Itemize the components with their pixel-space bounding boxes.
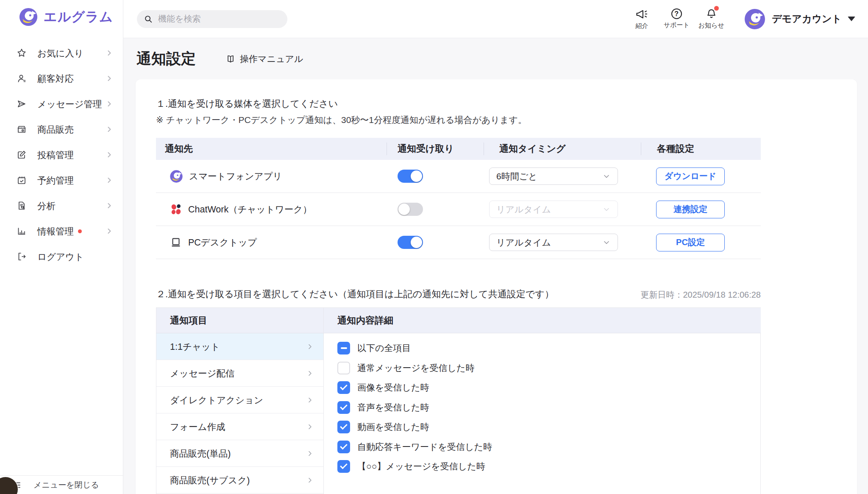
chevron-right-icon: [306, 396, 314, 404]
star-icon: [16, 48, 27, 58]
chevron-right-icon: [105, 227, 114, 235]
checkbox[interactable]: [337, 460, 350, 473]
column-header-settings: 各種設定: [641, 138, 761, 160]
section1-note: ※ チャットワーク・PCデスクトップ通知は、30秒〜1分程度通知が遅れる場合があ…: [156, 114, 857, 126]
calendar-icon: [16, 175, 27, 185]
settings-card: １.通知を受け取る媒体を選択してください ※ チャットワーク・PCデスクトップ通…: [136, 79, 857, 494]
referral-button[interactable]: 紹介: [624, 8, 659, 30]
category-1-1-chat[interactable]: 1:1チャット: [156, 333, 323, 360]
send-icon: [16, 99, 27, 109]
detail-item-audio-received: 音声を受信した時: [337, 398, 761, 418]
checkbox[interactable]: [337, 401, 350, 414]
column-header-destination: 通知先: [156, 138, 387, 160]
store-icon: [16, 124, 27, 134]
chevron-right-icon: [105, 100, 114, 108]
category-direct-action[interactable]: ダイレクトアクション: [156, 387, 323, 413]
sidebar-item-customer-support[interactable]: 顧客対応: [0, 66, 123, 91]
person-icon: [16, 73, 27, 84]
detail-item-all: 以下の全項目: [337, 338, 761, 358]
manual-link[interactable]: 操作マニュアル: [225, 53, 303, 65]
checkbox[interactable]: [337, 441, 350, 453]
news-button[interactable]: お知らせ: [694, 8, 729, 30]
detail-item-image-received: 画像を受信した時: [337, 378, 761, 398]
chevron-right-icon: [105, 74, 114, 83]
sidebar-item-product-sales[interactable]: 商品販売: [0, 117, 123, 142]
detail-item-video-received: 動画を受信した時: [337, 417, 761, 437]
media-name: スマートフォンアプリ: [189, 170, 282, 182]
desktop-icon: [170, 236, 182, 249]
news-label: お知らせ: [698, 22, 724, 30]
sidebar-item-label: 投稿管理: [37, 149, 74, 161]
notification-dot: [78, 229, 82, 233]
notification-items-table: 通知項目 通知内容詳細 1:1チャット メッセージ配信 ダイレクトアクション フ…: [156, 307, 761, 494]
category-message-delivery[interactable]: メッセージ配信: [156, 360, 323, 387]
logout-icon: [16, 251, 27, 262]
chevron-right-icon: [105, 151, 114, 159]
sidebar-item-label: ログアウト: [37, 251, 84, 263]
sidebar-item-post-management[interactable]: 投稿管理: [0, 142, 123, 167]
brand-name: エルグラム: [44, 8, 113, 26]
chatwork-logo-icon: [170, 203, 182, 216]
pc-settings-button[interactable]: PC設定: [656, 234, 725, 251]
timing-select-value: 6時間ごと: [496, 170, 537, 182]
timing-select[interactable]: リアルタイム: [489, 201, 618, 218]
timing-select-value: リアルタイム: [496, 204, 551, 215]
receive-toggle[interactable]: [398, 236, 423, 249]
chevron-right-icon: [105, 176, 114, 184]
sidebar-item-info-management[interactable]: 情報管理: [0, 218, 123, 244]
search-box[interactable]: [137, 10, 287, 28]
detail-item-normal-message: 通常メッセージを受信した時: [337, 358, 761, 378]
brand-logo[interactable]: エルグラム: [0, 0, 123, 27]
chevron-right-icon: [306, 423, 314, 431]
checkbox[interactable]: [337, 362, 350, 374]
sidebar-item-label: メッセージ管理: [37, 98, 102, 110]
chevron-down-icon: [848, 17, 855, 21]
avatar: [745, 9, 765, 29]
sidebar-item-label: お気に入り: [37, 47, 83, 59]
checkbox[interactable]: [337, 381, 350, 394]
download-button[interactable]: ダウンロード: [656, 167, 725, 185]
sidebar-item-analytics[interactable]: 分析: [0, 193, 123, 218]
category-product-sales-subscription[interactable]: 商品販売(サブスク): [156, 467, 323, 494]
collapse-menu-button[interactable]: メニューを閉じる: [0, 475, 123, 494]
account-name: デモアカウント: [772, 12, 842, 25]
select-all-checkbox[interactable]: [337, 342, 350, 354]
sidebar-item-message-management[interactable]: メッセージ管理: [0, 91, 123, 117]
sidebar-item-label: 分析: [37, 200, 56, 212]
detail-checkbox-list: 以下の全項目 通常メッセージを受信した時 画像を受信した時 音声を受信した時 動…: [324, 333, 761, 494]
account-menu[interactable]: デモアカウント: [745, 9, 855, 29]
support-button[interactable]: ? サポート: [659, 8, 694, 29]
chevron-right-icon: [306, 449, 314, 458]
book-icon: [225, 54, 236, 64]
chevron-right-icon: [306, 369, 314, 377]
chevron-down-icon: [602, 238, 611, 247]
collapse-menu-label: メニューを閉じる: [33, 480, 99, 491]
checkbox[interactable]: [337, 421, 350, 433]
sidebar-item-reservation-management[interactable]: 予約管理: [0, 167, 123, 193]
doc-search-icon: [16, 201, 27, 211]
media-name: PCデスクトップ: [188, 236, 257, 248]
chevron-right-icon: [105, 49, 114, 57]
receive-toggle[interactable]: [398, 203, 423, 216]
timing-select[interactable]: リアルタイム: [489, 234, 618, 251]
edit-icon: [16, 150, 27, 160]
sidebar-nav: お気に入り 顧客対応 メッセージ管理 商品販売: [0, 40, 123, 269]
chevron-down-icon: [602, 205, 611, 214]
question-circle-icon: ?: [671, 8, 682, 19]
search-input[interactable]: [157, 14, 281, 24]
timing-select[interactable]: 6時間ごと: [489, 167, 618, 185]
category-form-creation[interactable]: フォーム作成: [156, 413, 323, 440]
sidebar-item-logout[interactable]: ログアウト: [0, 244, 123, 269]
column-header-items: 通知項目: [156, 308, 324, 333]
topbar: 紹介 ? サポート お知らせ: [123, 0, 868, 38]
category-product-sales-single[interactable]: 商品販売(単品): [156, 440, 323, 467]
media-table: 通知先 通知受け取り 通知タイミング 各種設定: [156, 138, 761, 259]
sidebar-item-label: 情報管理: [37, 225, 74, 237]
news-badge-dot: [714, 6, 719, 11]
chatwork-link-settings-button[interactable]: 連携設定: [656, 201, 725, 218]
receive-toggle[interactable]: [398, 170, 423, 183]
table-row: ChatWork（チャットワーク） リアルタイム 連携設定: [156, 193, 761, 226]
column-header-details: 通知内容詳細: [324, 308, 761, 333]
sidebar-item-favorites[interactable]: お気に入り: [0, 40, 123, 66]
manual-link-label: 操作マニュアル: [240, 53, 303, 65]
